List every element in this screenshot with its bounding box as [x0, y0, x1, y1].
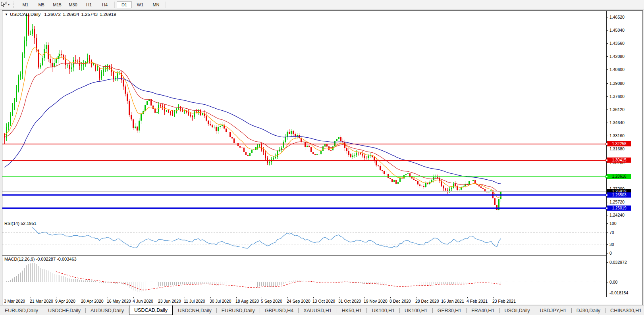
date-label: 16 May 2020 — [107, 299, 131, 303]
tab-usdcnh-daily[interactable]: USDCNH,Daily — [173, 307, 216, 315]
date-tick — [31, 297, 31, 298]
chart-window: ▼USDCAD,Daily1.260721.269341.257431.2691… — [2, 10, 643, 305]
date-label: 23 Jun 2020 — [158, 299, 181, 303]
line-handle[interactable] — [605, 175, 608, 178]
rsi-chart-svg — [2, 220, 606, 255]
axis-tick-label: 30 — [609, 242, 614, 247]
tab-usdjpy-h1[interactable]: USDJPY,H1 — [535, 307, 571, 315]
bull-candle-bodies — [6, 14, 501, 210]
timeframe-toolbar: ▾ M1M5M15M30H1H4D1W1MN — [0, 0, 644, 10]
ohlc-high: 1.26934 — [63, 12, 79, 17]
axis-tick — [607, 123, 608, 123]
axis-tick-label: 1.24240 — [609, 213, 625, 217]
chart-tools-button[interactable]: ▾ — [0, 0, 11, 9]
price-pane[interactable]: ▼USDCAD,Daily1.260721.269341.257431.2691… — [2, 11, 607, 220]
price-badge-1.28616: 1.28616 — [607, 174, 631, 179]
axis-tick-label: 70 — [609, 230, 614, 235]
price-badge-1.32258: 1.32258 — [607, 141, 631, 146]
tab-gbpusd-h4[interactable]: GBPUSD,H4 — [260, 307, 298, 315]
tab-fra40-h1[interactable]: FRA40,H1 — [467, 307, 499, 315]
axis-tick-label: 1.42080 — [609, 54, 625, 59]
tab-dj30-daily[interactable]: DJ30,Daily — [572, 307, 605, 315]
tab-hk50-h1[interactable]: HK50,H1 — [337, 307, 367, 315]
date-tick — [159, 297, 159, 298]
dropdown-arrow-icon: ▾ — [8, 3, 10, 6]
line-handle[interactable] — [605, 143, 608, 145]
axis-tick — [607, 149, 608, 149]
ohlc-low: 1.25743 — [81, 12, 98, 17]
tab-ger30-h1[interactable]: GER30,H1 — [433, 307, 466, 315]
mt4-terminal: ▾ M1M5M15M30H1H4D1W1MN ▼USDCAD,Daily1.26… — [0, 0, 644, 315]
axis-tick — [607, 244, 608, 245]
timeframe-button-m5[interactable]: M5 — [34, 1, 49, 8]
chart-tabs: EURUSD,DailyUSDCHF,DailyAUDUSD,DailyUSDC… — [0, 305, 644, 315]
date-label: 31 Oct 2020 — [338, 299, 361, 303]
timeframe-button-m1[interactable]: M1 — [18, 1, 33, 8]
timeframe-button-mn[interactable]: MN — [148, 1, 164, 8]
tab-eurusd-daily[interactable]: EURUSD,Daily — [217, 307, 260, 315]
date-label: 8 Dec 2020 — [389, 299, 411, 303]
timeframe-button-w1[interactable]: W1 — [133, 1, 148, 8]
axis-tick-label: 1.34640 — [609, 120, 625, 125]
macd-signal-line — [56, 272, 501, 290]
date-tick — [416, 297, 416, 298]
date-tick — [185, 297, 185, 298]
axis-tick-label: 1.33160 — [609, 133, 625, 138]
axis-tick — [607, 215, 608, 215]
timeframe-button-d1[interactable]: D1 — [117, 1, 132, 8]
date-tick — [133, 297, 134, 298]
timeframe-button-h4[interactable]: H4 — [97, 1, 112, 8]
tab-xauusd-h1[interactable]: XAUUSD,H1 — [299, 307, 337, 315]
axis-tick-label: 1.40600 — [609, 67, 625, 72]
toolbar-grip[interactable] — [13, 2, 15, 8]
tab-uk100-h1[interactable]: UK100,H1 — [367, 307, 399, 315]
date-axis: 3 Mar 202021 Mar 20209 Apr 202028 Apr 20… — [2, 297, 642, 305]
rsi-pane[interactable]: RSI(14) 52.1951 — [2, 220, 607, 256]
bear-candle-bodies — [4, 14, 497, 210]
axis-tick — [607, 30, 608, 31]
tab-uk100-h1[interactable]: UK100,H1 — [400, 307, 432, 315]
date-label: 28 Dec 2020 — [415, 299, 439, 303]
chart-cursor-icon — [0, 2, 7, 8]
ma-fast-line — [5, 48, 501, 198]
date-tick — [313, 297, 314, 298]
line-handle[interactable] — [605, 159, 608, 161]
date-tick — [364, 297, 365, 298]
date-tick — [467, 297, 468, 298]
tab-audusd-daily[interactable]: AUDUSD,Daily — [86, 307, 129, 315]
bear-candle-wicks — [5, 15, 497, 211]
date-tick — [339, 297, 339, 298]
ohlc-open: 1.26072 — [44, 12, 61, 17]
price-badge-1.30415: 1.30415 — [607, 158, 631, 163]
workspace: ▼USDCAD,Daily1.260721.269341.257431.2691… — [0, 10, 644, 305]
date-tick — [262, 297, 262, 298]
axis-tick — [607, 109, 608, 110]
chart-tabbar: EURUSD,DailyUSDCHF,DailyAUDUSD,DailyUSDC… — [0, 305, 644, 315]
date-label: 18 Aug 2020 — [235, 299, 259, 303]
timeframe-button-m30[interactable]: M30 — [66, 1, 81, 8]
axis-tick-label: 0.00 — [609, 280, 617, 284]
timeframe-button-m15[interactable]: M15 — [50, 1, 65, 8]
axis-tick-label: 0 — [609, 251, 612, 255]
tab-usdcad-daily[interactable]: USDCAD,Daily — [129, 305, 173, 315]
collapse-triangle-icon[interactable]: ▼ — [5, 13, 8, 16]
tab-usoil-daily[interactable]: USOil,Daily — [500, 307, 535, 315]
macd-pane[interactable]: MACD(12,26,9) -0.002287 -0.003463 — [2, 256, 607, 297]
tab-eurusd-daily[interactable]: EURUSD,Daily — [0, 307, 43, 315]
date-label: 4 Feb 2021 — [467, 299, 488, 303]
macd-axis: 0.0329720.00-0.018154 — [607, 256, 642, 297]
date-label: 13 Oct 2020 — [312, 299, 335, 303]
date-tick — [82, 297, 82, 298]
date-tick — [236, 297, 237, 298]
chart-symbol: USDCAD,Daily — [10, 12, 40, 17]
tab-china300-h1[interactable]: CHINA300,H1 — [605, 307, 644, 315]
date-label: 28 Apr 2020 — [81, 299, 104, 303]
timeframe-button-h1[interactable]: H1 — [81, 1, 96, 8]
line-handle[interactable] — [605, 207, 608, 209]
tab-usdchf-daily[interactable]: USDCHF,Daily — [43, 307, 85, 315]
line-handle[interactable] — [605, 194, 608, 196]
date-tick — [287, 297, 288, 298]
axis-tick — [607, 202, 608, 202]
toolbar-separator — [114, 2, 115, 8]
bull-candle-wicks — [7, 15, 501, 211]
